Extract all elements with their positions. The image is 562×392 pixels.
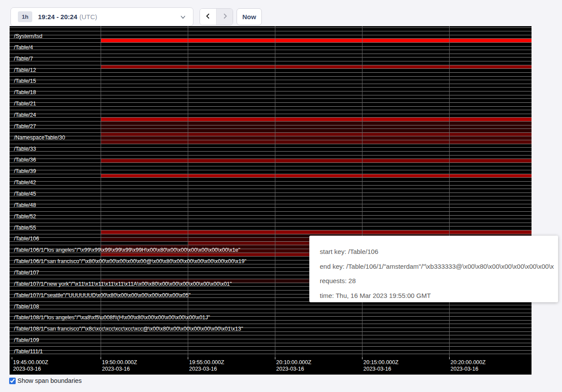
span-boundary-line [10, 38, 532, 39]
span-start-key-label: /Table/7 [14, 56, 33, 62]
axis-tick-label: 19:55:00.000Z2023-03-16 [189, 359, 224, 372]
heat-band[interactable] [101, 136, 532, 140]
span-start-key-label: /Table/55 [14, 225, 36, 231]
span-start-key-label: /Table/15 [14, 78, 36, 84]
axis-tick-mark [188, 357, 188, 359]
span-start-key-label: /System/tsd [14, 33, 42, 39]
span-boundary-line [10, 68, 532, 69]
tooltip-end-key: end key: /Table/106/1/"amsterdam"/"\xb33… [320, 259, 554, 274]
tooltip-requests: requests: 28 [320, 274, 554, 288]
heatmap-grid[interactable]: /System/tsd/Table/4/Table/7/Table/12/Tab… [10, 26, 532, 357]
range-text: 19:24 - 20:24 [38, 13, 77, 20]
heat-band[interactable] [101, 140, 532, 144]
axis-tick-time: 19:45:00.000Z [13, 359, 48, 366]
now-button[interactable]: Now [237, 8, 262, 25]
axis-tick-date: 2023-03-16 [450, 366, 486, 372]
span-boundary-line [10, 309, 532, 309]
span-boundary-line [10, 102, 532, 103]
span-boundary-line [10, 200, 532, 200]
chevron-down-icon [180, 14, 186, 20]
span-start-key-label: /Table/108/1/"san francisco"/"\x8c\xcc\x… [14, 326, 243, 332]
heat-band[interactable] [101, 117, 532, 121]
heat-band[interactable] [101, 65, 532, 69]
span-boundary-line [10, 166, 532, 166]
span-boundary-line [10, 343, 532, 343]
span-boundary-line [10, 313, 532, 313]
span-start-key-label: /Table/45 [14, 191, 36, 197]
span-boundary-line [10, 174, 532, 174]
heat-band[interactable] [101, 230, 532, 234]
time-axis: 19:45:00.000Z2023-03-1619:50:00.000Z2023… [10, 357, 532, 375]
span-boundary-line [10, 185, 532, 186]
span-boundary-line [10, 27, 532, 28]
span-boundary-line [10, 223, 532, 223]
span-boundary-line [10, 151, 532, 152]
axis-tick-date: 2023-03-16 [363, 366, 399, 372]
show-span-boundaries-label: Show span boundaries [17, 377, 82, 384]
heat-band[interactable] [101, 132, 532, 136]
span-boundary-line [10, 35, 532, 35]
span-boundary-line [10, 162, 532, 163]
span-boundary-line [10, 106, 532, 107]
axis-tick-time: 19:55:00.000Z [189, 359, 224, 366]
span-boundary-line [10, 159, 532, 159]
prev-time-button[interactable] [200, 9, 217, 25]
span-boundary-line [10, 87, 532, 88]
axis-tick-mark [275, 357, 275, 359]
span-boundary-line [10, 234, 532, 234]
time-range-dropdown[interactable]: 1h 19:24 - 20:24 (UTC) [10, 7, 193, 26]
span-boundary-line [10, 65, 532, 65]
range-duration-badge: 1h [18, 11, 32, 22]
span-boundary-line [10, 140, 532, 140]
span-start-key-label: /Table/106/1/"san francisco"/"\x80\x00\x… [14, 258, 247, 264]
span-boundary-line [10, 305, 532, 305]
span-start-key-label: /Table/111/1 [14, 348, 43, 355]
axis-tick-label: 20:10:00.000Z2023-03-16 [276, 359, 311, 372]
span-boundary-line [10, 219, 532, 219]
span-boundary-line [10, 61, 532, 61]
key-visualizer-page: 1h 19:24 - 20:24 (UTC) Now /System/tsd/T… [0, 0, 562, 392]
span-boundary-line [10, 354, 532, 354]
axis-tick-mark [101, 357, 101, 359]
span-boundary-line [10, 76, 532, 77]
next-time-button[interactable] [217, 9, 233, 25]
axis-tick-label: 20:15:00.000Z2023-03-16 [363, 359, 399, 372]
span-start-key-label: /Table/108 [14, 304, 39, 310]
show-span-boundaries-checkbox[interactable] [9, 378, 16, 384]
span-boundary-line [10, 136, 532, 136]
axis-tick-time: 20:10:00.000Z [276, 359, 311, 366]
span-boundary-line [10, 95, 532, 95]
chevron-left-icon [205, 13, 211, 21]
footer-controls: Show span boundaries [9, 377, 82, 384]
time-nav-group [200, 8, 233, 25]
axis-tick-time: 20:15:00.000Z [363, 359, 399, 366]
heat-band[interactable] [101, 159, 532, 162]
heat-band[interactable] [101, 38, 532, 42]
span-boundary-line [10, 46, 532, 47]
heat-band[interactable] [101, 121, 532, 132]
span-start-key-label: /Table/106 [14, 236, 39, 242]
axis-tick-mark [362, 357, 362, 359]
span-boundary-line [10, 346, 532, 347]
axis-tick-mark [449, 357, 450, 359]
axis-tick-date: 2023-03-16 [13, 366, 48, 372]
span-boundary-line [10, 54, 532, 54]
span-boundary-line [10, 125, 532, 125]
span-boundary-line [10, 226, 532, 226]
span-boundary-line [10, 181, 532, 182]
heat-band[interactable] [101, 174, 532, 178]
span-boundary-line [10, 72, 532, 73]
axis-tick-label: 20:20:00.000Z2023-03-16 [450, 359, 486, 372]
span-start-key-label: /Table/107/1/"new york"/"\x11\x11\x11\x1… [14, 281, 232, 287]
span-start-key-label: /Table/18 [14, 89, 36, 95]
span-start-key-label: /Table/106/1/"los angeles"/"\x99\x99\x99… [14, 247, 240, 253]
axis-tick-date: 2023-03-16 [102, 366, 137, 372]
span-boundary-line [10, 110, 532, 110]
axis-tick-date: 2023-03-16 [276, 366, 311, 372]
span-boundary-line [10, 196, 532, 196]
span-boundary-line [10, 114, 532, 114]
span-boundary-line [10, 204, 532, 204]
span-boundary-line [10, 98, 532, 99]
span-boundary-line [10, 189, 532, 189]
span-start-key-label: /Table/107 [14, 270, 39, 276]
